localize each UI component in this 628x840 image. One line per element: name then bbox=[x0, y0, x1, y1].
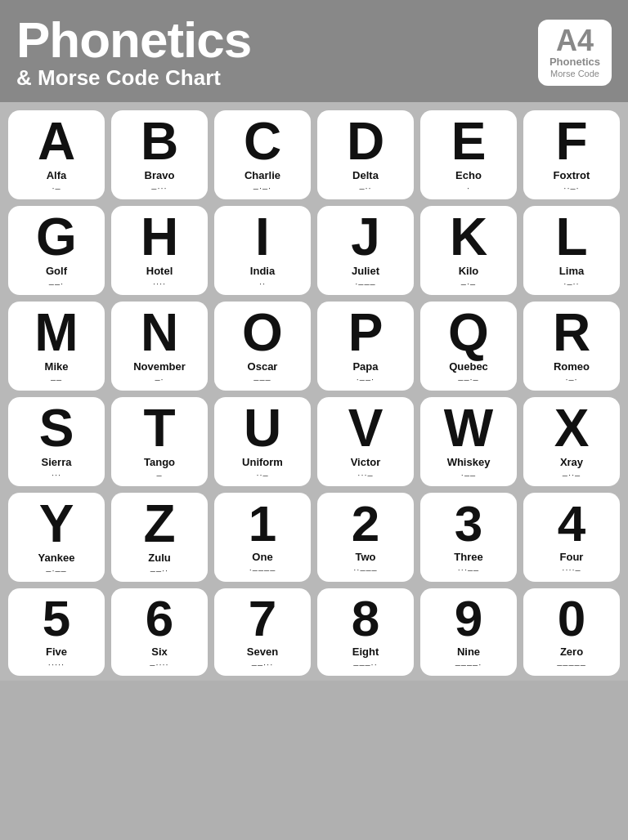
card-morse: ··––– bbox=[353, 565, 377, 574]
card-morse: –··· bbox=[151, 183, 167, 193]
card-name: India bbox=[250, 265, 275, 277]
card-name: Whiskey bbox=[447, 456, 491, 468]
card-morse: ·–– bbox=[461, 470, 476, 480]
card-name: Zero bbox=[560, 646, 583, 658]
card-symbol: P bbox=[348, 306, 384, 359]
phonetic-card-x: X Xray –··– bbox=[523, 397, 620, 486]
phonetic-card-6: 6 Six –···· bbox=[111, 588, 208, 676]
phonetic-card-q: Q Quebec ––·– bbox=[420, 302, 517, 391]
card-symbol: W bbox=[444, 402, 493, 454]
phonetic-card-z: Z Zulu ––·· bbox=[111, 493, 208, 582]
card-name: Charlie bbox=[244, 169, 280, 181]
phonetic-card-9: 9 Nine ––––· bbox=[420, 588, 517, 676]
card-morse: ··· bbox=[52, 470, 61, 480]
phonetic-card-y: Y Yankee –·–– bbox=[8, 493, 105, 582]
card-name: Hotel bbox=[146, 265, 173, 277]
a4-badge: A4 Phonetics Morse Code bbox=[538, 20, 612, 86]
card-symbol: 0 bbox=[558, 593, 585, 644]
phonetic-card-i: I India ·· bbox=[214, 206, 311, 295]
badge-morse-label: Morse Code bbox=[548, 69, 602, 79]
card-symbol: O bbox=[242, 306, 283, 359]
phonetic-card-t: T Tango – bbox=[111, 397, 208, 486]
card-name: Eight bbox=[352, 646, 379, 658]
sub-title: & Morse Code Chart bbox=[16, 65, 251, 91]
card-symbol: S bbox=[39, 402, 74, 454]
phonetics-grid: A Alfa ·– B Bravo –··· C Charlie –·–· D … bbox=[8, 110, 620, 676]
card-name: Xray bbox=[560, 456, 583, 468]
card-name: Lima bbox=[559, 265, 584, 277]
card-symbol: F bbox=[555, 115, 587, 168]
card-symbol: N bbox=[141, 306, 178, 359]
card-name: Six bbox=[151, 646, 168, 658]
phonetic-card-7: 7 Seven ––··· bbox=[214, 588, 311, 676]
card-name: Papa bbox=[352, 360, 378, 373]
card-symbol: L bbox=[555, 211, 587, 263]
card-name: November bbox=[133, 360, 186, 373]
card-morse: ···– bbox=[357, 470, 373, 480]
card-morse: –·–– bbox=[46, 565, 66, 575]
card-morse: ––· bbox=[49, 279, 64, 288]
card-morse: –·–· bbox=[253, 183, 271, 193]
phonetic-card-k: K Kilo –·– bbox=[420, 206, 517, 295]
card-morse: –··– bbox=[563, 470, 581, 480]
card-morse: –––·· bbox=[353, 659, 377, 669]
card-morse: ·––· bbox=[357, 374, 375, 384]
card-morse: ––·· bbox=[150, 565, 168, 575]
card-morse: ·–––– bbox=[249, 565, 276, 574]
card-name: Alfa bbox=[47, 169, 67, 181]
card-name: Two bbox=[355, 551, 375, 563]
card-name: Mike bbox=[45, 360, 69, 373]
card-symbol: Q bbox=[448, 306, 489, 359]
card-symbol: A bbox=[38, 115, 75, 168]
phonetic-card-0: 0 Zero ––––– bbox=[523, 588, 620, 676]
phonetic-card-w: W Whiskey ·–– bbox=[420, 397, 517, 486]
card-symbol: 5 bbox=[43, 593, 70, 644]
card-symbol: R bbox=[553, 306, 590, 359]
phonetic-card-n: N November –· bbox=[111, 302, 208, 391]
badge-a4-label: A4 bbox=[548, 26, 602, 56]
phonetic-card-g: G Golf ––· bbox=[8, 206, 105, 295]
card-symbol: K bbox=[450, 211, 487, 263]
card-morse: ––··· bbox=[252, 659, 273, 669]
card-name: Romeo bbox=[554, 360, 590, 373]
card-name: Nine bbox=[457, 646, 480, 658]
card-symbol: I bbox=[255, 211, 270, 263]
phonetic-card-m: M Mike –– bbox=[8, 302, 105, 391]
title-block: Phonetics & Morse Code Chart bbox=[16, 15, 251, 91]
card-symbol: 3 bbox=[455, 498, 482, 549]
phonetic-card-2: 2 Two ··––– bbox=[317, 493, 414, 582]
card-name: Quebec bbox=[449, 360, 488, 373]
card-morse: ··–· bbox=[563, 183, 579, 193]
card-symbol: T bbox=[143, 402, 175, 454]
phonetic-card-3: 3 Three ···–– bbox=[420, 493, 517, 582]
phonetic-card-b: B Bravo –··· bbox=[111, 110, 208, 199]
card-morse: ·–· bbox=[565, 374, 577, 384]
card-name: Delta bbox=[352, 169, 379, 181]
card-name: Kilo bbox=[459, 265, 479, 277]
card-morse: –·· bbox=[359, 183, 371, 193]
card-morse: –· bbox=[155, 374, 164, 384]
card-morse: –·– bbox=[461, 279, 476, 288]
phonetic-card-p: P Papa ·––· bbox=[317, 302, 414, 391]
card-symbol: V bbox=[348, 402, 384, 454]
phonetic-card-j: J Juliet ·––– bbox=[317, 206, 414, 295]
phonetic-card-5: 5 Five ····· bbox=[8, 588, 105, 676]
card-symbol: H bbox=[141, 211, 178, 263]
card-symbol: Y bbox=[39, 498, 74, 550]
phonetic-card-e: E Echo · bbox=[420, 110, 517, 199]
card-symbol: 2 bbox=[352, 498, 379, 549]
card-morse: ···· bbox=[153, 279, 166, 288]
card-morse: ––––· bbox=[455, 659, 482, 669]
phonetic-card-l: L Lima ·–·· bbox=[523, 206, 620, 295]
card-symbol: B bbox=[141, 115, 178, 168]
card-symbol: 8 bbox=[352, 593, 379, 644]
phonetic-card-f: F Foxtrot ··–· bbox=[523, 110, 620, 199]
card-symbol: U bbox=[244, 402, 281, 454]
main-title: Phonetics bbox=[16, 15, 251, 65]
phonetic-card-a: A Alfa ·– bbox=[8, 110, 105, 199]
card-symbol: J bbox=[351, 211, 380, 263]
card-symbol: C bbox=[244, 115, 281, 168]
card-symbol: 4 bbox=[558, 498, 585, 549]
card-name: Uniform bbox=[242, 456, 283, 468]
phonetic-card-c: C Charlie –·–· bbox=[214, 110, 311, 199]
